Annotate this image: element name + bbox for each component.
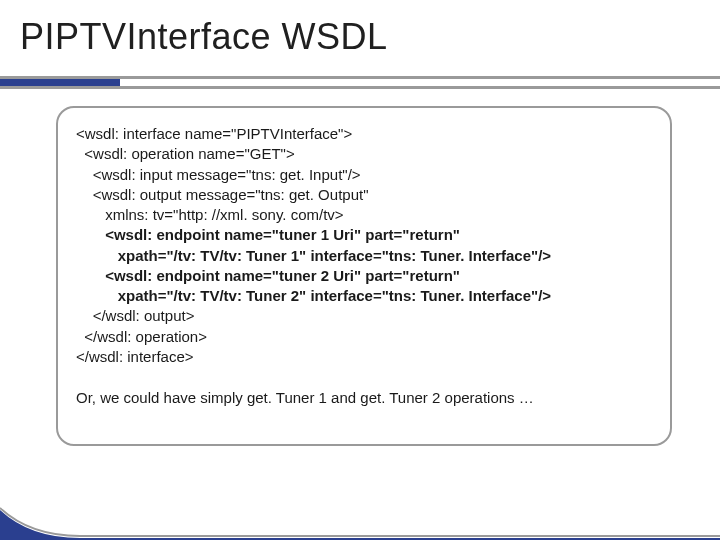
code-line: <wsdl: interface name="PIPTVInterface"> <box>76 125 352 142</box>
rule-line-bottom <box>0 86 720 89</box>
code-line: <wsdl: operation name="GET"> <box>76 145 295 162</box>
footer-note: Or, we could have simply get. Tuner 1 an… <box>76 389 652 406</box>
code-line-bold: <wsdl: endpoint name="tuner 1 Uri" part=… <box>76 226 460 243</box>
slide-title: PIPTVInterface WSDL <box>20 16 388 58</box>
slide: PIPTVInterface WSDL <wsdl: interface nam… <box>0 0 720 540</box>
bottom-accent-curve <box>0 500 720 540</box>
code-line: </wsdl: interface> <box>76 348 194 365</box>
code-line: </wsdl: output> <box>76 307 194 324</box>
code-line-bold: xpath="/tv: TV/tv: Tuner 2" interface="t… <box>76 287 551 304</box>
code-line-bold: xpath="/tv: TV/tv: Tuner 1" interface="t… <box>76 247 551 264</box>
wsdl-code-block: <wsdl: interface name="PIPTVInterface"> … <box>76 124 652 367</box>
code-line: </wsdl: operation> <box>76 328 207 345</box>
content-box: <wsdl: interface name="PIPTVInterface"> … <box>56 106 672 446</box>
code-line: <wsdl: output message="tns: get. Output" <box>76 186 368 203</box>
code-line: xmlns: tv="http: //xml. sony. com/tv> <box>76 206 344 223</box>
code-line: <wsdl: input message="tns: get. Input"/> <box>76 166 361 183</box>
code-line-bold: <wsdl: endpoint name="tuner 2 Uri" part=… <box>76 267 460 284</box>
title-rule <box>0 76 720 90</box>
